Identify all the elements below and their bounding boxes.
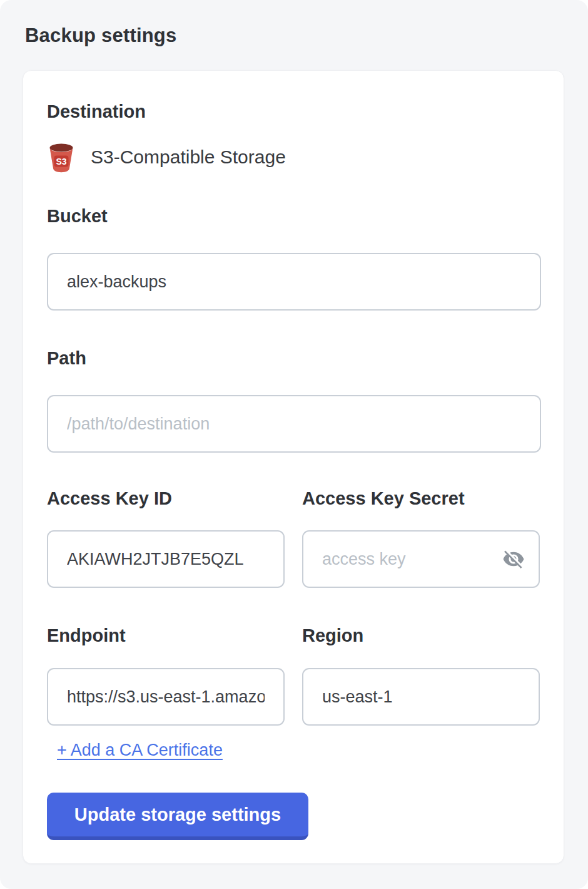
add-ca-certificate-link[interactable]: + Add a CA Certificate (57, 741, 223, 760)
eye-off-icon (502, 563, 525, 572)
bucket-input[interactable] (47, 253, 541, 311)
s3-bucket-icon: S3 (47, 141, 76, 173)
toggle-secret-visibility-button[interactable] (500, 545, 527, 573)
access-key-inputs-row (47, 530, 540, 588)
destination-value: S3-Compatible Storage (91, 146, 286, 168)
destination-row: S3 S3-Compatible Storage (47, 140, 540, 175)
access-key-id-label: Access Key ID (47, 488, 285, 509)
access-key-id-input[interactable] (47, 530, 285, 588)
region-input[interactable] (302, 668, 540, 726)
backup-settings-page: Backup settings Destination S3 S3-Compat… (0, 0, 588, 889)
path-label: Path (47, 347, 540, 369)
destination-label: Destination (47, 101, 540, 122)
page-title: Backup settings (0, 0, 588, 46)
endpoint-region-inputs-row (47, 668, 540, 726)
region-label: Region (302, 625, 540, 646)
svg-text:S3: S3 (56, 157, 66, 167)
access-key-secret-field (302, 530, 540, 588)
endpoint-label: Endpoint (47, 625, 285, 646)
access-key-secret-label: Access Key Secret (302, 488, 540, 509)
path-input[interactable] (47, 395, 541, 453)
endpoint-input[interactable] (47, 668, 285, 726)
bucket-label: Bucket (47, 205, 540, 227)
backup-settings-card: Destination S3 S3-Compatible Storage Buc… (23, 70, 564, 864)
endpoint-region-labels-row: Endpoint Region (47, 625, 540, 646)
update-storage-settings-button[interactable]: Update storage settings (47, 793, 308, 840)
access-key-labels-row: Access Key ID Access Key Secret (47, 488, 540, 509)
